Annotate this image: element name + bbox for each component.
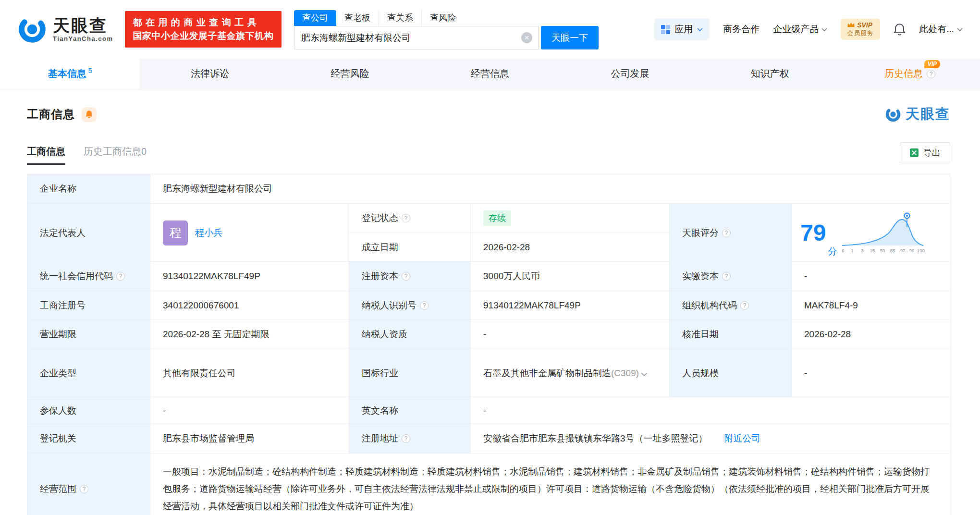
export-label: 导出: [923, 147, 941, 159]
account-label: 此处有...: [919, 23, 954, 36]
chevron-down-icon[interactable]: [641, 372, 648, 376]
score-unit: 分: [828, 245, 837, 258]
nearby-companies-link[interactable]: 附近公司: [724, 432, 761, 445]
svip-label: SVIP: [857, 21, 872, 29]
legal-rep-link[interactable]: 程小兵: [195, 227, 222, 239]
taxpayer-id-label: 纳税人识别号: [362, 299, 416, 312]
watermark-logo: 天眼查: [885, 105, 950, 124]
svg-text:85: 85: [890, 248, 895, 253]
paid-capital-label: 实缴资本: [682, 270, 719, 282]
table-row: 统一社会信用代码 ? 91340122MAK78LF49P 注册资本 ? 300…: [27, 262, 950, 291]
table-row: 企业名称 肥东海螺新型建材有限公司: [27, 174, 950, 204]
industry-value-cell: 石墨及其他非金属矿物制品制造(C309): [471, 349, 670, 397]
tab-operating-info[interactable]: 经营信息: [420, 59, 560, 89]
apps-menu-button[interactable]: 应用: [654, 18, 710, 40]
org-code-label: 组织机构代码: [682, 299, 737, 312]
notification-bell-icon[interactable]: [894, 23, 906, 36]
org-code-label-cell: 组织机构代码 ?: [670, 291, 792, 319]
company-name-value: 肥东海螺新型建材有限公司: [150, 174, 950, 203]
credit-code-label: 统一社会信用代码: [40, 270, 113, 282]
score-cell: 79 分 0 1 3 15 50: [792, 204, 950, 262]
help-icon[interactable]: ?: [722, 229, 731, 237]
svg-text:1: 1: [851, 248, 854, 253]
svip-sublabel: 会员服务: [847, 29, 874, 37]
tab-count-badge: 5: [88, 67, 92, 74]
taxpayer-quality-label: 纳税人资质: [349, 320, 471, 349]
search-tab-company[interactable]: 查公司: [294, 10, 336, 26]
legal-rep-label: 法定代表人: [27, 204, 150, 262]
search-button[interactable]: 天眼一下: [541, 26, 599, 49]
subtab-business-info[interactable]: 工商信息: [27, 145, 65, 165]
search-tab-relation[interactable]: 查关系: [379, 10, 421, 26]
company-type-label: 企业类型: [27, 349, 150, 397]
table-row: 参保人数 - 英文名称 -: [27, 397, 950, 424]
score-value: 79: [800, 221, 826, 245]
reg-status-value-cell: 存续: [471, 204, 669, 233]
svg-text:0: 0: [842, 248, 845, 253]
help-icon[interactable]: ?: [722, 272, 731, 281]
enterprise-label: 企业级产品: [773, 23, 819, 36]
tab-label: 历史信息: [884, 68, 923, 79]
search-tab-boss[interactable]: 查老板: [336, 10, 379, 26]
help-icon[interactable]: ?: [116, 272, 125, 281]
subtab-row: 工商信息 历史工商信息0 导出: [27, 142, 950, 167]
table-row: 企业类型 其他有限责任公司 国标行业 石墨及其他非金属矿物制品制造(C309) …: [27, 349, 950, 397]
table-row: 工商注册号 340122000676001 纳税人识别号 ? 91340122M…: [27, 291, 950, 320]
tab-intellectual-property[interactable]: 知识产权: [700, 59, 840, 89]
taxpayer-id-label-cell: 纳税人识别号 ?: [349, 291, 471, 319]
tab-label: 经营信息: [471, 67, 509, 80]
tab-label: 法律诉讼: [191, 67, 229, 80]
legal-rep-cell: 程 程小兵: [150, 204, 349, 262]
establish-date-label: 成立日期: [349, 233, 471, 262]
legal-rep-avatar[interactable]: 程: [163, 221, 188, 245]
help-icon[interactable]: ?: [402, 214, 410, 222]
insured-count-label: 参保人数: [27, 397, 150, 424]
svg-text:50: 50: [880, 248, 885, 253]
watermark-swirl-icon: [885, 106, 901, 123]
insured-count-value: -: [150, 397, 349, 424]
promo-banner[interactable]: 都在用的商业查询工具 国家中小企业发展子基金旗下机构: [125, 11, 282, 48]
tab-history-info[interactable]: 历史信息 VIP ?: [840, 59, 980, 89]
reg-authority-label: 登记机关: [27, 424, 150, 453]
tab-basic-info[interactable]: 基本信息 5: [0, 59, 140, 89]
search-area: 查公司 查老板 查关系 查风险 × 天眼一下: [294, 9, 599, 49]
enterprise-products-menu[interactable]: 企业级产品: [773, 23, 827, 36]
section-header: 工商信息 天眼查: [27, 105, 950, 124]
reg-capital-label: 注册资本: [362, 270, 398, 282]
address-value: 安徽省合肥市肥东县撮镇镇东华路3号（一址多照登记）: [483, 432, 708, 445]
tianyancha-logo[interactable]: 天眼查 TianYanCha.com: [17, 14, 113, 44]
help-icon[interactable]: ?: [402, 434, 410, 443]
industry-value: 石墨及其他非金属矿物制品制造: [483, 368, 611, 378]
org-code-value: MAK78LF4-9: [792, 291, 950, 319]
industry-code: (C309): [611, 368, 639, 378]
company-name-label: 企业名称: [27, 174, 150, 203]
help-icon[interactable]: ?: [402, 272, 410, 281]
help-icon[interactable]: ?: [80, 485, 88, 493]
tab-legal-proceedings[interactable]: 法律诉讼: [140, 59, 280, 89]
business-cooperation-link[interactable]: 商务合作: [723, 23, 760, 36]
paid-capital-value: -: [792, 262, 950, 291]
address-value-cell: 安徽省合肥市肥东县撮镇镇东华路3号（一址多照登记） 附近公司: [471, 424, 950, 453]
search-tab-risk[interactable]: 查风险: [421, 10, 464, 26]
export-button[interactable]: 导出: [900, 142, 950, 163]
subtab-count: 0: [141, 146, 147, 157]
english-name-label: 英文名称: [349, 397, 471, 424]
subscribe-bell-icon[interactable]: [82, 107, 97, 122]
business-scope-label-cell: 经营范围 ?: [27, 454, 150, 515]
account-menu[interactable]: 此处有...: [919, 23, 963, 36]
tab-company-development[interactable]: 公司发展: [560, 59, 700, 89]
chevron-down-icon: [957, 28, 963, 31]
subtab-history-business-info[interactable]: 历史工商信息0: [84, 145, 147, 165]
search-input[interactable]: [294, 26, 539, 49]
tab-operating-risk[interactable]: 经营风险: [280, 59, 420, 89]
approval-date-value: 2026-02-28: [792, 320, 950, 349]
logo-text: 天眼查 TianYanCha.com: [53, 16, 113, 42]
chevron-down-icon: [697, 28, 703, 31]
svip-member-button[interactable]: SVIP 会员服务: [841, 19, 880, 40]
credit-code-value: 91340122MAK78LF49P: [150, 262, 349, 291]
help-icon[interactable]: ?: [927, 70, 935, 78]
help-icon[interactable]: ?: [420, 301, 429, 310]
industry-label: 国标行业: [349, 349, 471, 397]
help-icon[interactable]: ?: [740, 301, 749, 310]
clear-icon[interactable]: ×: [521, 32, 532, 43]
